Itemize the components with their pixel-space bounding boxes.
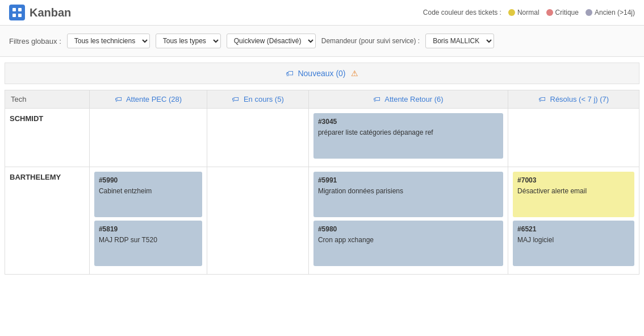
kanban-header-row: Tech 🏷 Attente PEC (28) 🏷 En cours (5) 🏷… [5,90,639,109]
svg-rect-3 [18,14,22,17]
nouveaux-bar: 🏷 Nouveaux (0) ⚠ [5,63,639,84]
ticket-number: #5991 [318,176,499,184]
ticket-card[interactable]: #3045préparer liste catégories dépanage … [313,113,503,159]
ticket-number: #5819 [99,225,198,233]
legend-dot-normal [508,9,515,16]
kanban-row: BARTHELEMY#5990Cabinet entzheim#5819MAJ … [5,167,639,275]
ticket-card[interactable]: #5991Migration données parisiens [313,172,503,217]
ticket-desc: Cabinet entzheim [99,186,198,196]
nouveaux-tag-icon: 🏷 [286,69,294,78]
ticket-card[interactable]: #5980Cron app xchange [313,221,503,266]
ticket-number: #7003 [517,176,630,184]
legend-label-critique: Critique [555,9,579,16]
ticket-desc: MAJ logiciel [517,235,630,245]
legend-dot-critique [546,9,553,16]
legend-normal: Normal [508,9,540,16]
ticket-desc: Migration données parisiens [318,186,499,196]
cell-attente_pec-0 [89,109,207,167]
kanban-row: SCHMIDT#3045préparer liste catégories dé… [5,109,639,167]
ticket-desc: Cron app xchange [318,235,499,245]
warning-icon: ⚠ [351,69,358,78]
col-resolus: 🏷 Résolus (< 7 j) (7) [508,90,639,109]
col-en-cours: 🏷 En cours (5) [207,90,309,109]
logo-icon [9,5,25,20]
svg-rect-2 [12,14,16,17]
header: Kanban Code couleur des tickets : Normal… [0,0,644,26]
col-en-cours-tag: 🏷 [232,95,239,103]
quickview-select[interactable]: Quickview (Désactivé) [227,34,316,48]
ticket-card[interactable]: #5819MAJ RDP sur T520 [94,221,202,266]
kanban-table: Tech 🏷 Attente PEC (28) 🏷 En cours (5) 🏷… [5,90,639,275]
color-legend-label: Code couleur des tickets : [423,9,501,16]
filters-label: Filtres globaux : [9,37,61,45]
legend-label-ancien: Ancien (>14j) [595,9,635,16]
col-attente-pec-tag: 🏷 [115,95,122,103]
filters-bar: Filtres globaux : Tous les techniciens T… [0,26,644,57]
cell-attente_retour-0: #3045préparer liste catégories dépanage … [308,109,508,167]
logo-text: Kanban [30,6,71,19]
ticket-number: #3045 [318,118,499,126]
logo: Kanban [9,5,71,20]
col-attente-pec: 🏷 Attente PEC (28) [89,90,207,109]
cell-en_cours-0 [207,109,309,167]
col-tech: Tech [5,90,90,109]
tech-cell-1: BARTHELEMY [5,167,90,275]
legend-label-normal: Normal [517,9,540,16]
demandeur-label: Demandeur (pour suivi service) : [321,37,420,45]
tech-cell-0: SCHMIDT [5,109,90,167]
ticket-number: #6521 [517,225,630,233]
cell-attente_pec-1: #5990Cabinet entzheim#5819MAJ RDP sur T5… [89,167,207,275]
svg-rect-0 [12,8,16,11]
legend-dot-ancien [586,9,592,16]
legend-ancien: Ancien (>14j) [586,9,635,16]
techniciens-select[interactable]: Tous les techniciens [67,34,150,48]
ticket-card[interactable]: #5990Cabinet entzheim [94,172,202,217]
cell-en_cours-1 [207,167,309,275]
color-legend: Code couleur des tickets : Normal Critiq… [423,9,635,16]
cell-resolus-1: #7003Désactiver alerte email#6521MAJ log… [508,167,639,275]
col-resolus-tag: 🏷 [538,95,546,103]
ticket-desc: préparer liste catégories dépanage ref [318,128,499,138]
svg-rect-1 [18,8,22,11]
demandeur-select[interactable]: Boris MALLICK [425,34,494,48]
cell-resolus-0 [508,109,639,167]
col-attente-retour: 🏷 Attente Retour (6) [308,90,508,109]
legend-critique: Critique [546,9,579,16]
types-select[interactable]: Tous les types [156,34,221,48]
ticket-desc: MAJ RDP sur T520 [99,235,198,245]
col-attente-retour-tag: 🏷 [373,95,380,103]
ticket-card[interactable]: #7003Désactiver alerte email [513,172,634,217]
ticket-number: #5980 [318,225,499,233]
nouveaux-text: Nouveaux (0) [298,69,345,78]
ticket-number: #5990 [99,176,198,184]
ticket-card[interactable]: #6521MAJ logiciel [513,221,634,266]
ticket-desc: Désactiver alerte email [517,186,630,196]
cell-attente_retour-1: #5991Migration données parisiens#5980Cro… [308,167,508,275]
